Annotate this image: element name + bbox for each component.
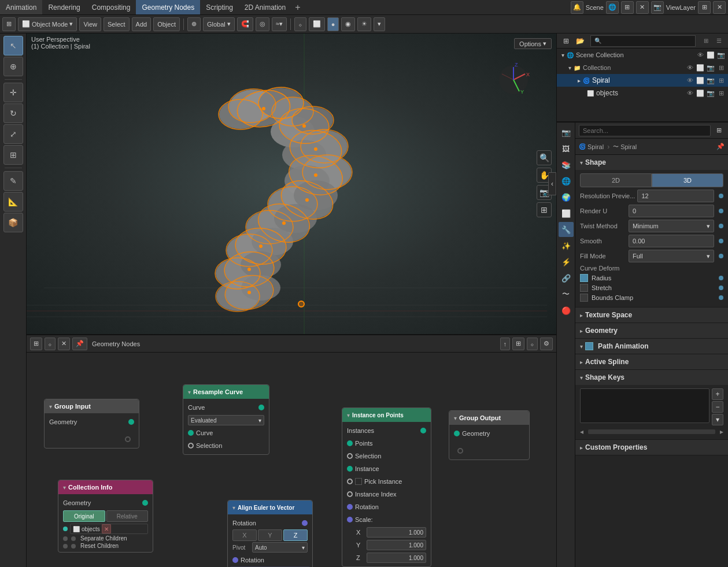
node-editor-view-btn[interactable]: ↑ bbox=[500, 338, 511, 350]
shape-3d-btn[interactable]: 3D bbox=[652, 173, 723, 187]
shape-keys-menu-btn[interactable]: ▾ bbox=[712, 414, 723, 425]
prop-particles-icon[interactable]: ✨ bbox=[559, 238, 574, 253]
prop-output-icon[interactable]: 🖼 bbox=[559, 141, 574, 156]
align-euler-y-btn[interactable]: Y bbox=[258, 529, 282, 541]
shape-keys-scroll-right[interactable]: ▸ bbox=[720, 428, 723, 436]
stretch-checkbox[interactable] bbox=[580, 284, 588, 292]
prop-view-layer-icon[interactable]: 📚 bbox=[559, 157, 574, 172]
tool-measure[interactable]: 📐 bbox=[3, 192, 23, 212]
radius-checkbox[interactable] bbox=[580, 274, 588, 282]
tool-select[interactable]: ↖ bbox=[3, 36, 23, 55]
shape-keys-header[interactable]: ▾ Shape Keys bbox=[575, 370, 728, 385]
resample-curve-node[interactable]: ▾ Resample Curve Curve Evaluated▾ bbox=[183, 384, 269, 455]
obj-render-icon[interactable]: 📷 bbox=[706, 88, 715, 98]
viewport-zoom-btn[interactable]: 🔍 bbox=[537, 150, 552, 165]
tool-transform[interactable]: ⊞ bbox=[3, 145, 23, 165]
align-euler-header[interactable]: ▾ Align Euler to Vector bbox=[228, 501, 312, 514]
group-output-header[interactable]: ▾ Group Output bbox=[449, 411, 529, 425]
node-editor-close-btn[interactable]: ✕ bbox=[58, 338, 70, 350]
prop-physics-icon[interactable]: ⚡ bbox=[559, 254, 574, 269]
instance-on-points-header[interactable]: ▾ Instance on Points bbox=[342, 408, 431, 422]
menu-rendering[interactable]: Rendering bbox=[42, 0, 86, 14]
node-editor-pin-btn[interactable]: 📌 bbox=[72, 338, 87, 350]
prop-render-icon[interactable]: 📷 bbox=[559, 125, 574, 140]
tool-rotate[interactable]: ↻ bbox=[3, 103, 23, 123]
menu-scripting[interactable]: Scripting bbox=[200, 0, 239, 14]
overlay-icon[interactable]: ⬦ bbox=[294, 17, 306, 31]
prop-data-icon[interactable]: 〜 bbox=[559, 287, 574, 302]
collection-info-node[interactable]: ▾ Collection Info Geometry Original Rela… bbox=[58, 480, 153, 553]
iop-scale-z[interactable]: 1.000 bbox=[367, 553, 426, 563]
node-editor-icon[interactable]: ⬦ bbox=[45, 338, 56, 350]
object-menu[interactable]: Object bbox=[153, 17, 180, 31]
path-animation-header[interactable]: ▾ Path Animation bbox=[575, 339, 728, 354]
node-editor-settings-btn[interactable]: ⚙ bbox=[540, 338, 553, 350]
iop-scale-x[interactable]: 1.000 bbox=[367, 527, 426, 538]
transform-icon[interactable]: ⊕ bbox=[187, 17, 201, 31]
shape-2d-btn[interactable]: 2D bbox=[580, 173, 652, 187]
view-menu[interactable]: View bbox=[79, 17, 101, 31]
scene-coll-render-icon[interactable]: 📷 bbox=[716, 50, 726, 60]
node-editor-slots-btn[interactable]: ⊞ bbox=[512, 338, 524, 350]
geometry-section-header[interactable]: ▸ Geometry bbox=[575, 323, 728, 338]
scene-coll-eye-icon[interactable]: 👁 bbox=[696, 50, 705, 60]
active-spline-header[interactable]: ▸ Active Spline bbox=[575, 354, 728, 369]
scene-coll-viewport-icon[interactable]: ⬜ bbox=[706, 50, 715, 60]
group-input-header[interactable]: ▾ Group Input bbox=[45, 399, 139, 413]
properties-search-input[interactable] bbox=[579, 125, 711, 136]
coll-eye-icon[interactable]: 👁 bbox=[685, 63, 694, 72]
spiral-render-icon[interactable]: 📷 bbox=[706, 76, 715, 85]
prop-constraints-icon[interactable]: 🔗 bbox=[559, 270, 574, 286]
group-output-node[interactable]: ▾ Group Output Geometry bbox=[449, 410, 530, 460]
viewport[interactable]: Options ▾ 🔍 ✋ 📷 ⊞ X bbox=[27, 34, 556, 334]
coll-remove-btn[interactable]: ✕ bbox=[102, 524, 111, 533]
align-euler-pivot-dropdown[interactable]: Auto▾ bbox=[252, 542, 308, 553]
tool-annotate[interactable]: ✎ bbox=[3, 171, 23, 191]
node-canvas[interactable]: ▾ Group Input Geometry bbox=[27, 353, 556, 567]
options-button[interactable]: Options ▾ bbox=[514, 38, 552, 49]
spiral-copy-icon[interactable]: ⊞ bbox=[716, 76, 726, 85]
prop-material-icon[interactable]: 🔴 bbox=[559, 303, 574, 318]
menu-compositing[interactable]: Compositing bbox=[86, 0, 136, 14]
tool-scale[interactable]: ⤢ bbox=[3, 124, 23, 144]
prop-object-icon[interactable]: ⬜ bbox=[559, 206, 574, 221]
outliner-icon1[interactable]: ⊞ bbox=[560, 35, 572, 47]
resample-type-dropdown[interactable]: Evaluated▾ bbox=[188, 415, 264, 425]
texture-space-header[interactable]: ▸ Texture Space bbox=[575, 307, 728, 323]
outliner-collection[interactable]: ▾ 📁 Collection 👁 ⬜ 📷 ⊞ bbox=[557, 61, 728, 74]
align-euler-node[interactable]: ▾ Align Euler to Vector Rotation X Y Z bbox=[227, 500, 313, 567]
align-euler-z-btn[interactable]: Z bbox=[283, 529, 308, 541]
tool-cursor[interactable]: ⊕ bbox=[3, 57, 23, 76]
render-u-value[interactable]: 0 bbox=[629, 205, 714, 217]
obj-eye-icon[interactable]: 👁 bbox=[685, 88, 694, 98]
menu-animation[interactable]: Animation bbox=[0, 0, 42, 14]
add-menu[interactable]: Add bbox=[132, 17, 151, 31]
shape-section-header[interactable]: ▾ Shape bbox=[575, 155, 728, 170]
custom-properties-header[interactable]: ▸ Custom Properties bbox=[575, 440, 728, 455]
outliner-search-box[interactable]: 🔍 bbox=[590, 35, 696, 47]
shading-solid[interactable]: ● bbox=[327, 17, 339, 31]
outliner-filter1[interactable]: ⊞ bbox=[700, 35, 712, 47]
shape-keys-scroll-left[interactable]: ◂ bbox=[580, 428, 583, 436]
spiral-viewport-icon[interactable]: ⬜ bbox=[696, 76, 705, 85]
iop-scale-y[interactable]: 1.000 bbox=[367, 540, 426, 550]
prop-world-icon[interactable]: 🌍 bbox=[559, 190, 574, 205]
scene-icon[interactable]: 🌐 bbox=[606, 1, 619, 14]
spiral-eye-icon[interactable]: 👁 bbox=[685, 76, 694, 85]
shading-rendered[interactable]: ☀ bbox=[357, 17, 371, 31]
coll-objects-input[interactable]: ⬜ objects ✕ bbox=[70, 524, 148, 534]
transform-global-dropdown[interactable]: Global▾ bbox=[203, 17, 235, 31]
shading-matcap[interactable]: ◉ bbox=[341, 17, 355, 31]
outliner-filter2[interactable]: ☰ bbox=[713, 35, 725, 47]
twist-method-dropdown[interactable]: Minimum▾ bbox=[629, 220, 714, 232]
group-input-node[interactable]: ▾ Group Input Geometry bbox=[44, 399, 139, 449]
menu-geometry-nodes[interactable]: Geometry Nodes bbox=[136, 0, 200, 14]
shading-wireframe[interactable]: ⬜ bbox=[309, 17, 325, 31]
iop-pick-checkbox[interactable] bbox=[355, 478, 362, 485]
view-layer-copy-icon[interactable]: ⊞ bbox=[698, 1, 711, 14]
coll-relative-btn[interactable]: Relative bbox=[106, 510, 149, 522]
smooth-value[interactable]: 0.00 bbox=[629, 235, 714, 247]
view-layer-icon[interactable]: 📷 bbox=[651, 1, 664, 14]
viewport-grid-btn[interactable]: ⊞ bbox=[537, 202, 552, 217]
breadcrumb-data-icon[interactable]: 〜 Spiral bbox=[613, 143, 637, 151]
